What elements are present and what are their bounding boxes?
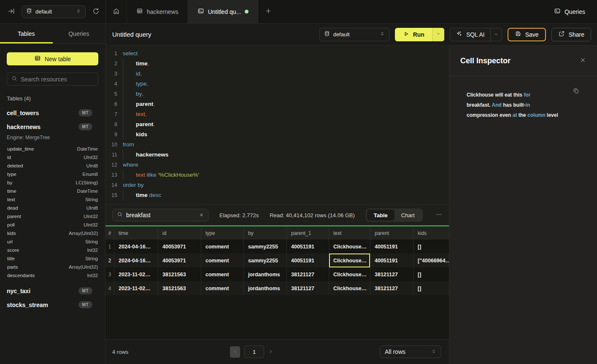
table-header-cell[interactable]: parent_1 [287,226,329,240]
page-number-input[interactable] [244,345,264,358]
refresh-button[interactable] [92,8,100,16]
table-cell[interactable]: Clickhouse… [329,267,370,281]
close-inspector-button[interactable] [580,57,586,65]
column-item[interactable]: descendantsInt32 [0,271,105,280]
table-cell[interactable]: 40051191 [370,240,413,253]
table-cell[interactable]: 38121127 [287,281,329,295]
table-header-cell[interactable]: time [114,226,158,240]
table-header-cell[interactable]: id [158,226,201,240]
prev-page-button[interactable] [230,346,240,358]
run-button-main[interactable]: Run [395,28,432,41]
column-item[interactable]: byLC(String) [0,178,105,187]
topbar-database-selector[interactable]: default [22,5,86,18]
table-cell[interactable]: [] [413,240,449,253]
column-item[interactable]: typeEnum8 [0,170,105,178]
clear-search-button[interactable] [199,212,204,218]
editor-line[interactable]: 12where [105,160,449,170]
column-item[interactable]: idUInt32 [0,153,105,162]
table-header-cell[interactable]: # [105,226,114,240]
collapse-sidebar-button[interactable] [8,8,15,16]
sidebar-tab-queries[interactable]: Queries [53,24,105,43]
column-item[interactable]: deletedUInt8 [0,162,105,170]
editor-line[interactable]: 13text ilike '%ClickHouse%' [105,170,449,180]
column-item[interactable]: pollUInt32 [0,221,105,229]
table-header-cell[interactable]: by [244,226,287,240]
table-cell[interactable]: [] [413,281,449,295]
tab-home[interactable] [105,0,127,23]
column-item[interactable]: urlString [0,237,105,246]
editor-line[interactable]: 1select [105,49,449,59]
sql-ai-button[interactable]: SQL AI [450,28,502,41]
sidebar-table-cell-towers[interactable]: cell_towers MT [0,106,105,120]
editor-line[interactable]: 7text, [105,109,449,119]
table-cell[interactable]: 38121563 [158,281,201,295]
column-item[interactable]: partsArray(UInt32) [0,263,105,271]
run-button[interactable]: Run [395,28,444,41]
sql-ai-main[interactable]: SQL AI [450,30,490,38]
table-header-cell[interactable]: kids [413,226,449,240]
editor-line[interactable]: 10from [105,140,449,150]
table-cell[interactable]: sammy2255 [244,240,287,253]
table-cell[interactable]: 38121563 [158,267,201,281]
save-button[interactable]: Save [508,28,546,41]
copy-cell-button[interactable] [573,87,579,95]
queries-button[interactable]: Queries [554,8,585,16]
column-item[interactable]: timeDateTime [0,187,105,195]
results-search-input[interactable] [126,212,196,218]
table-cell[interactable]: [] [413,267,449,281]
new-table-button[interactable]: New table [7,52,98,65]
column-item[interactable]: scoreInt32 [0,246,105,254]
sql-editor[interactable]: 1select2time,3id,4type,5by,6parent,7text… [105,46,449,205]
editor-line[interactable]: 4type, [105,79,449,89]
table-cell[interactable]: sammy2255 [244,253,287,267]
table-cell[interactable]: comment [201,281,244,295]
next-page-button[interactable] [268,349,273,355]
editor-line[interactable]: 8parent, [105,119,449,129]
table-cell[interactable]: 40053971 [158,253,201,267]
sidebar-table-stocks-stream[interactable]: stocks_stream MT [0,298,105,312]
table-header-cell[interactable]: parent [370,226,413,240]
sidebar-table-nyc-taxi[interactable]: nyc_taxi MT [0,284,105,298]
column-item[interactable]: textString [0,195,105,204]
table-cell[interactable]: comment [201,253,244,267]
table-cell[interactable]: 2024-04-16… [114,253,158,267]
editor-line[interactable]: 3id, [105,69,449,79]
column-item[interactable]: deadUInt8 [0,204,105,212]
editor-line[interactable]: 2time, [105,59,449,69]
table-cell[interactable]: comment [201,240,244,253]
editor-line[interactable]: 6parent, [105,99,449,109]
view-toggle-chart[interactable]: Chart [394,210,421,221]
editor-line[interactable]: 11hackernews [105,150,449,160]
editor-line[interactable]: 15time desc [105,190,449,200]
view-toggle-table[interactable]: Table [367,210,394,221]
table-cell[interactable]: 40051191 [287,253,329,267]
table-cell[interactable]: Clickhouse… [329,281,370,295]
column-item[interactable]: update_timeDateTime [0,145,105,153]
table-cell[interactable]: 2023-11-02… [114,281,158,295]
table-cell[interactable]: ["40066964… [413,253,449,267]
table-cell[interactable]: 40051191 [287,240,329,253]
sidebar-tab-tables[interactable]: Tables [0,24,53,43]
table-cell[interactable]: 40053971 [158,240,201,253]
page-size-selector[interactable]: All rows [380,345,441,358]
table-cell[interactable]: 2023-11-02… [114,267,158,281]
table-cell[interactable]: Clickhouse… [329,240,370,253]
table-header-cell[interactable]: text [329,226,370,240]
editor-line[interactable]: 5by, [105,89,449,99]
tab-untitled-query[interactable]: Untitled qu... [188,0,259,23]
new-tab-button[interactable] [258,0,278,23]
share-button[interactable]: Share [551,28,591,41]
column-item[interactable]: parentUInt32 [0,212,105,221]
query-database-selector[interactable]: default [319,28,389,41]
table-cell[interactable]: jordanthoms [244,267,287,281]
sidebar-search-input[interactable] [21,76,94,83]
table-cell[interactable]: 2024-04-16… [114,240,158,253]
table-cell[interactable]: 38121127 [287,267,329,281]
column-item[interactable]: kidsArray(UInt32) [0,229,105,237]
column-item[interactable]: titleString [0,254,105,263]
run-dropdown[interactable] [433,28,444,41]
table-cell[interactable]: 40051191 [370,253,413,267]
table-cell[interactable]: 38121127 [370,267,413,281]
sql-ai-dropdown[interactable] [491,31,502,38]
editor-line[interactable]: 9kids [105,129,449,140]
